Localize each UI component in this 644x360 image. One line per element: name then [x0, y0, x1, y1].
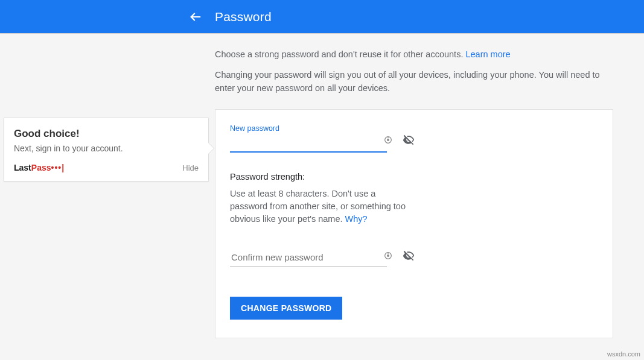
app-header: Password	[0, 0, 644, 34]
lastpass-logo-dots: •••|	[51, 163, 65, 172]
password-strength-label: Password strength:	[230, 172, 598, 182]
password-strength-body: Use at least 8 characters. Don't use a p…	[230, 188, 411, 226]
confirm-password-icons	[382, 250, 415, 262]
password-generator-icon[interactable]	[382, 250, 394, 262]
lastpass-footer: LastPass•••| Hide	[14, 163, 199, 172]
back-arrow-icon[interactable]	[188, 10, 203, 24]
password-generator-icon[interactable]	[382, 134, 394, 146]
lastpass-logo-pass: Pass	[31, 163, 51, 172]
visibility-off-icon[interactable]	[403, 250, 415, 262]
lastpass-hide-link[interactable]: Hide	[182, 163, 199, 172]
lastpass-title: Good choice!	[14, 128, 199, 140]
password-card: New password Password strength: Use at l…	[215, 109, 613, 338]
watermark: wsxdn.com	[607, 350, 640, 358]
strength-text: Use at least 8 characters. Don't use a p…	[230, 189, 406, 224]
lastpass-logo-last: Last	[14, 163, 31, 172]
intro-line-2: Changing your password will sign you out…	[215, 69, 614, 95]
lastpass-subtitle: Next, sign in to your account.	[14, 144, 199, 153]
intro-line-1: Choose a strong password and don't reuse…	[215, 48, 614, 62]
confirm-password-field-wrap	[230, 250, 411, 267]
new-password-field-wrap: New password	[230, 124, 411, 153]
page-title: Password	[215, 10, 272, 24]
why-link[interactable]: Why?	[345, 214, 368, 224]
confirm-password-input[interactable]	[230, 250, 387, 267]
new-password-label: New password	[230, 124, 411, 133]
intro-text-1: Choose a strong password and don't reuse…	[215, 49, 465, 59]
new-password-input[interactable]	[230, 135, 387, 153]
lastpass-popup: Good choice! Next, sign in to your accou…	[4, 118, 209, 182]
main-content: Choose a strong password and don't reuse…	[215, 48, 614, 338]
visibility-off-icon[interactable]	[403, 134, 415, 146]
svg-point-2	[387, 139, 389, 141]
svg-point-5	[387, 255, 389, 257]
change-password-button[interactable]: CHANGE PASSWORD	[230, 297, 342, 320]
lastpass-logo: LastPass•••|	[14, 163, 65, 172]
learn-more-link[interactable]: Learn more	[465, 49, 510, 59]
new-password-icons	[382, 134, 415, 146]
